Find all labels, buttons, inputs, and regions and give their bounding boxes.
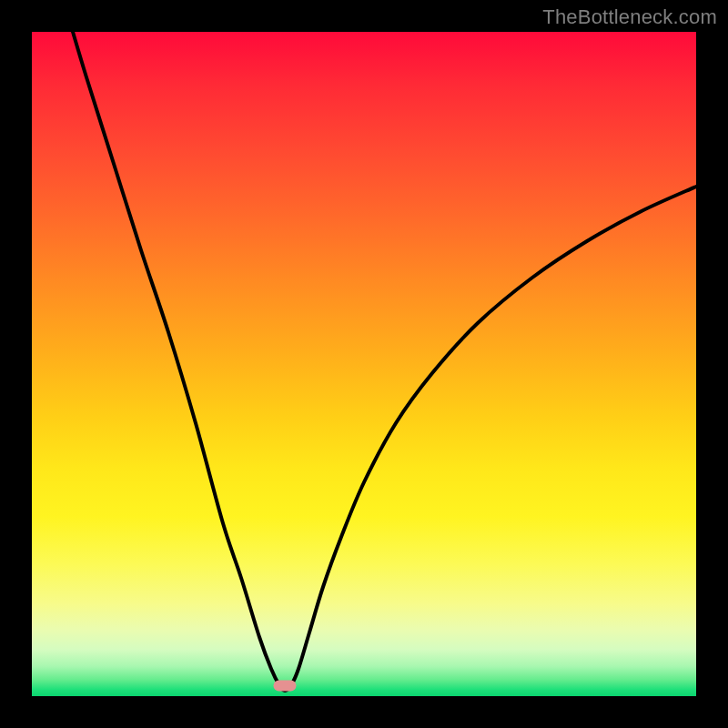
watermark-text: TheBottleneck.com (542, 5, 717, 29)
bottleneck-curve-line (73, 32, 696, 691)
chart-plot-area (32, 32, 696, 696)
chart-curve-svg (32, 32, 696, 696)
chart-minimum-marker (274, 680, 297, 691)
chart-frame (32, 32, 696, 696)
